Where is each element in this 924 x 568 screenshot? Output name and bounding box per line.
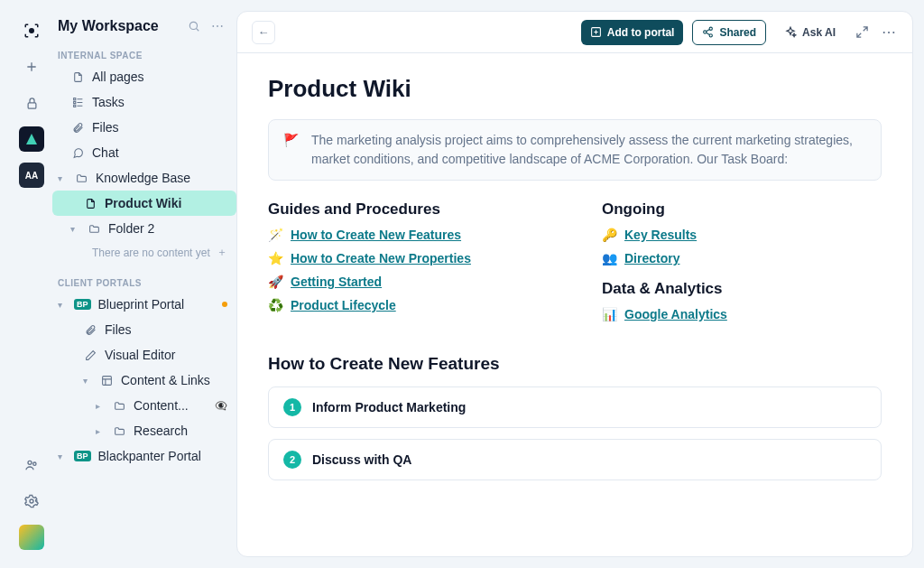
- nav-research[interactable]: ▸ Research: [52, 418, 236, 443]
- chevron-down-icon: ▾: [70, 224, 79, 234]
- svg-rect-9: [102, 376, 111, 385]
- shared-button[interactable]: Shared: [692, 20, 766, 45]
- wiki-link[interactable]: Google Analytics: [624, 307, 727, 321]
- chevron-down-icon: ▾: [58, 300, 67, 310]
- wand-icon: 🪄: [268, 228, 283, 242]
- nav-files[interactable]: Files: [52, 115, 236, 140]
- status-dot-icon: [222, 302, 227, 307]
- nav-product-wiki[interactable]: Product Wiki: [52, 191, 236, 216]
- search-icon[interactable]: [186, 20, 202, 33]
- workspace-aa-icon[interactable]: AA: [19, 163, 44, 188]
- user-avatar[interactable]: [19, 525, 44, 550]
- more-icon[interactable]: ⋯: [209, 19, 226, 33]
- expand-icon[interactable]: [854, 25, 871, 39]
- plus-icon[interactable]: [19, 54, 44, 79]
- hidden-icon: 👁‍🗨: [215, 400, 227, 412]
- portal-badge: BP: [74, 299, 91, 310]
- workspace-a-icon[interactable]: [19, 126, 44, 152]
- add-content-icon[interactable]: ＋: [217, 245, 236, 260]
- page-title: Product Wiki: [268, 75, 882, 103]
- nav-label: Blueprint Portal: [98, 297, 185, 312]
- more-icon[interactable]: ⋯: [880, 23, 898, 41]
- page-icon: [83, 198, 97, 210]
- logo-icon[interactable]: [19, 18, 44, 43]
- nav-label: Files: [92, 120, 119, 135]
- people-icon: 👥: [602, 251, 617, 265]
- main-panel: ← Add to portal Shared Ask AI ⋯ Product …: [236, 11, 913, 557]
- step-number: 2: [283, 451, 301, 469]
- svg-point-4: [30, 499, 33, 503]
- workspace-title: My Workspace: [58, 18, 179, 34]
- section-heading: How to Create New Features: [268, 354, 882, 374]
- folder-icon: [74, 172, 88, 184]
- svg-point-5: [189, 22, 197, 29]
- wiki-link[interactable]: How to Create New Properties: [291, 251, 471, 265]
- chat-icon: [70, 147, 85, 159]
- pencil-icon: [83, 349, 97, 361]
- ask-ai-button[interactable]: Ask AI: [775, 20, 845, 45]
- guides-column: Guides and Procedures 🪄How to Create New…: [268, 200, 548, 331]
- chart-icon: 📊: [602, 307, 617, 321]
- step-card[interactable]: 2 Discuss with QA: [268, 439, 882, 480]
- chevron-right-icon: ▸: [96, 426, 105, 436]
- callout-box: 🚩 The marketing analysis project aims to…: [268, 119, 882, 181]
- nav-label: All pages: [92, 70, 144, 84]
- wiki-link[interactable]: Key Results: [624, 228, 697, 242]
- rocket-icon: 🚀: [268, 275, 283, 289]
- column-heading: Ongoing: [602, 200, 882, 219]
- nav-bp-files[interactable]: Files: [52, 317, 236, 342]
- wiki-link[interactable]: Product Lifecycle: [291, 298, 396, 312]
- nav-blueprint-portal[interactable]: ▾ BP Blueprint Portal: [52, 292, 236, 317]
- callout-text: The marketing analysis project aims to c…: [311, 131, 866, 169]
- nav-knowledge-base[interactable]: ▾ Knowledge Base: [52, 165, 236, 191]
- attachment-icon: [70, 122, 85, 134]
- settings-icon[interactable]: [19, 489, 44, 514]
- tasks-icon: [70, 97, 85, 108]
- step-label: Inform Product Marketing: [312, 400, 466, 414]
- people-icon[interactable]: [19, 452, 44, 478]
- nav-label: Chat: [92, 145, 119, 160]
- nav-label: Folder 2: [108, 221, 154, 236]
- svg-point-12: [704, 31, 707, 33]
- add-to-portal-button[interactable]: Add to portal: [581, 20, 684, 45]
- empty-state: There are no content yet ＋: [52, 241, 236, 264]
- nav-label: Knowledge Base: [96, 171, 190, 185]
- nav-tasks[interactable]: Tasks: [52, 89, 236, 115]
- nav-content-sub[interactable]: ▸ Content... 👁‍🗨: [52, 393, 236, 418]
- chevron-down-icon: ▾: [58, 173, 67, 183]
- link-row: 🪄How to Create New Features: [268, 228, 548, 242]
- nav-content-links[interactable]: ▾ Content & Links: [52, 368, 236, 393]
- link-row: ⭐How to Create New Properties: [268, 251, 548, 265]
- chevron-right-icon: ▸: [96, 401, 105, 411]
- link-row: ♻️Product Lifecycle: [268, 298, 548, 312]
- lock-icon[interactable]: [19, 90, 44, 116]
- svg-rect-8: [73, 105, 75, 107]
- nav-visual-editor[interactable]: Visual Editor: [52, 342, 236, 368]
- nav-label: Visual Editor: [105, 348, 175, 362]
- nav-label: Research: [134, 424, 188, 438]
- chevron-right-icon: ▾: [58, 452, 67, 461]
- link-row: 📊Google Analytics: [602, 307, 882, 321]
- svg-rect-6: [73, 98, 75, 99]
- portal-badge: BP: [74, 451, 91, 461]
- wiki-link[interactable]: Getting Started: [291, 275, 382, 289]
- nav-all-pages[interactable]: All pages: [52, 64, 236, 89]
- column-heading: Data & Analytics: [602, 280, 882, 298]
- nav-folder2[interactable]: ▾ Folder 2: [52, 216, 236, 241]
- layout-icon: [99, 375, 114, 386]
- step-number: 1: [283, 398, 301, 416]
- wiki-link[interactable]: Directory: [624, 251, 679, 265]
- wiki-link[interactable]: How to Create New Features: [291, 228, 461, 242]
- app-frame: AA My Workspace ⋯ INTERNAL SPACE All pag…: [0, 0, 924, 568]
- column-heading: Guides and Procedures: [268, 200, 548, 219]
- nav-chat[interactable]: Chat: [52, 140, 236, 165]
- section-portals: CLIENT PORTALS: [52, 273, 236, 292]
- nav-label: Blackpanter Portal: [98, 449, 201, 463]
- left-rail: AA: [11, 11, 52, 557]
- step-card[interactable]: 1 Inform Product Marketing: [268, 386, 882, 428]
- svg-point-3: [33, 462, 36, 465]
- back-button[interactable]: ←: [252, 21, 275, 44]
- topbar: ← Add to portal Shared Ask AI ⋯: [237, 12, 912, 53]
- page-content: Product Wiki 🚩 The marketing analysis pr…: [237, 53, 912, 556]
- nav-blackpanther[interactable]: ▾ BP Blackpanter Portal: [52, 443, 236, 469]
